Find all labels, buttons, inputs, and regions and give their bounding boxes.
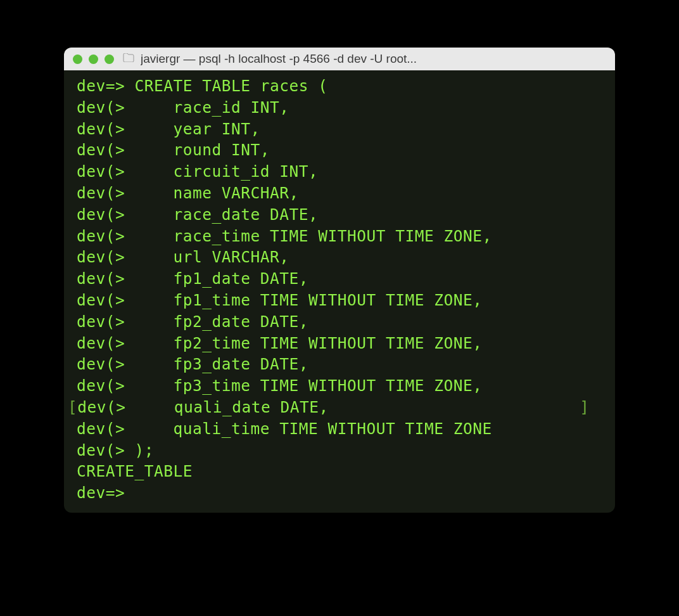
terminal-line: dev(> fp2_time TIME WITHOUT TIME ZONE, xyxy=(67,333,612,354)
traffic-lights xyxy=(73,55,114,64)
terminal-line: dev(> fp1_date DATE, xyxy=(67,268,612,290)
folder-icon xyxy=(123,53,134,65)
terminal-line: dev(> name VARCHAR, xyxy=(67,183,612,204)
terminal-line: dev(> race_time TIME WITHOUT TIME ZONE, xyxy=(67,226,612,247)
terminal-line: dev(> fp1_time TIME WITHOUT TIME ZONE, xyxy=(67,290,612,311)
close-button[interactable] xyxy=(73,55,82,64)
terminal-output[interactable]: dev=> CREATE TABLE races ( dev(> race_id… xyxy=(64,70,615,513)
terminal-line: dev(> ); xyxy=(67,440,612,461)
terminal-line-bracketed: [dev(> quali_date DATE, ] xyxy=(67,397,612,418)
terminal-window: javiergr — psql -h localhost -p 4566 -d … xyxy=(64,48,615,513)
terminal-line: dev=> CREATE TABLE races ( xyxy=(67,75,612,97)
terminal-line: dev(> race_date DATE, xyxy=(67,204,612,226)
window-titlebar[interactable]: javiergr — psql -h localhost -p 4566 -d … xyxy=(64,48,615,70)
terminal-prompt-active[interactable]: dev=> xyxy=(67,482,612,504)
terminal-line: dev(> fp3_time TIME WITHOUT TIME ZONE, xyxy=(67,375,612,397)
terminal-line: dev(> race_id INT, xyxy=(67,97,612,119)
terminal-line: dev(> url VARCHAR, xyxy=(67,247,612,268)
minimize-button[interactable] xyxy=(89,55,98,64)
terminal-result: CREATE_TABLE xyxy=(67,461,612,482)
terminal-line: dev(> quali_time TIME WITHOUT TIME ZONE xyxy=(67,418,612,440)
window-title: javiergr — psql -h localhost -p 4566 -d … xyxy=(141,52,606,66)
zoom-button[interactable] xyxy=(105,55,114,64)
terminal-line: dev(> fp3_date DATE, xyxy=(67,354,612,375)
terminal-line: dev(> round INT, xyxy=(67,139,612,161)
terminal-line: dev(> fp2_date DATE, xyxy=(67,311,612,333)
terminal-line: dev(> year INT, xyxy=(67,119,612,140)
terminal-line: dev(> circuit_id INT, xyxy=(67,161,612,183)
